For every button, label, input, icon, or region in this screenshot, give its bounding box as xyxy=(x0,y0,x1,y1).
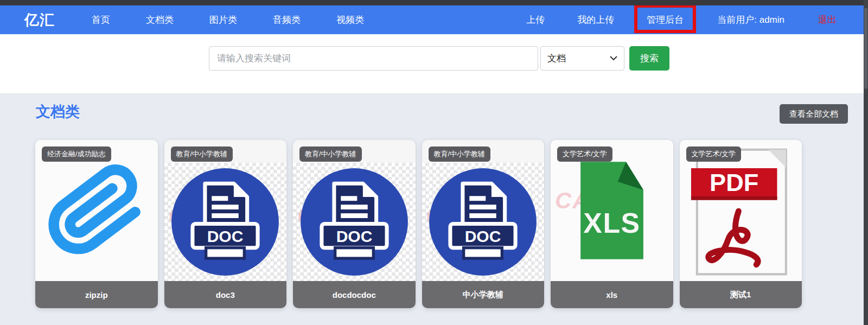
paperclip-icon xyxy=(39,142,154,280)
nav-item-home[interactable]: 首页 xyxy=(92,14,110,26)
category-select[interactable]: 文档 xyxy=(540,46,624,71)
doc-file-icon: DOC xyxy=(425,164,540,279)
nav-item-my-uploads[interactable]: 我的上传 xyxy=(577,14,614,26)
chevron-down-icon xyxy=(610,56,617,61)
document-thumbnail: pngtreepngtreeCAFE DOC xyxy=(293,163,416,281)
logout-link[interactable]: 退出 xyxy=(818,14,837,26)
document-title: doc3 xyxy=(164,281,287,308)
document-card-grid: 经济金融/成功励志 zipzip 教育/中小学教辅 pngtreepngtree… xyxy=(35,140,802,308)
nav-item-video[interactable]: 视频类 xyxy=(336,14,364,26)
nav-item-audio[interactable]: 音频类 xyxy=(273,14,301,26)
document-card[interactable]: 教育/中小学教辅 pngtreepngtreeCAFE DOC 中小学教辅 xyxy=(422,140,545,308)
section-title: 文档类 xyxy=(36,102,80,122)
svg-text:DOC: DOC xyxy=(465,227,501,245)
scrollbar-thumb[interactable] xyxy=(864,8,867,89)
category-tag: 经济金融/成功励志 xyxy=(42,146,111,162)
document-title: docdocdoc xyxy=(293,281,416,308)
nav-item-upload[interactable]: 上传 xyxy=(526,14,545,26)
scrollbar-track[interactable] xyxy=(864,0,868,325)
view-all-docs-button[interactable]: 查看全部文档 xyxy=(780,104,848,124)
search-bar: 文档 搜索 xyxy=(0,34,864,94)
document-thumbnail: pngtreepngtreeCAFE DOC xyxy=(422,163,545,281)
xls-file-icon: XLS xyxy=(566,157,658,264)
document-title: xls xyxy=(551,281,673,308)
category-tag: 教育/中小学教辅 xyxy=(299,146,362,162)
document-card[interactable]: 教育/中小学教辅 pngtreepngtreeCAFE DOC doc3 xyxy=(164,140,287,308)
nav-item-images[interactable]: 图片类 xyxy=(209,14,237,26)
nav-menu-left: 首页文档类图片类音频类视频类 xyxy=(92,14,364,26)
search-button[interactable]: 搜索 xyxy=(629,46,669,71)
svg-text:DOC: DOC xyxy=(207,227,244,245)
doc-file-icon: DOC xyxy=(297,164,412,279)
screen: 亿汇 首页文档类图片类音频类视频类 上传我的上传管理后台 当前用户: admin… xyxy=(0,0,868,325)
svg-text:PDF: PDF xyxy=(710,169,758,196)
svg-text:DOC: DOC xyxy=(336,227,372,245)
document-thumbnail: pngtreepngtreeCAFE DOC xyxy=(164,163,287,281)
doc-file-icon: DOC xyxy=(168,164,283,279)
document-card[interactable]: 文学艺术/文学 CAFE XLS xls xyxy=(551,140,673,308)
category-selected-value: 文档 xyxy=(547,52,566,65)
nav-right: 上传我的上传管理后台 当前用户: admin 退出 xyxy=(526,14,851,26)
nav-menu-right: 上传我的上传管理后台 xyxy=(526,14,684,26)
pdf-file-icon: PDF xyxy=(685,144,796,281)
document-title: 中小学教辅 xyxy=(422,281,545,308)
category-tag: 文学艺术/文学 xyxy=(557,146,612,162)
category-tag: 教育/中小学教辅 xyxy=(171,146,233,162)
document-title: zipzip xyxy=(35,281,158,308)
category-tag: 教育/中小学教辅 xyxy=(429,146,491,162)
site-logo[interactable]: 亿汇 xyxy=(24,10,55,30)
navbar: 亿汇 首页文档类图片类音频类视频类 上传我的上传管理后台 当前用户: admin… xyxy=(0,5,864,34)
category-tag: 文学艺术/文学 xyxy=(686,146,742,162)
document-card[interactable]: 经济金融/成功励志 zipzip xyxy=(35,140,158,308)
svg-text:XLS: XLS xyxy=(583,207,640,239)
document-card[interactable]: 文学艺术/文学 PDF 测试1 xyxy=(680,140,802,308)
document-card[interactable]: 教育/中小学教辅 pngtreepngtreeCAFE DOC docdocdo… xyxy=(293,140,416,308)
document-title: 测试1 xyxy=(680,281,802,308)
nav-item-docs[interactable]: 文档类 xyxy=(146,14,174,26)
current-user-label: 当前用户: admin xyxy=(717,14,784,26)
search-input[interactable] xyxy=(209,46,538,71)
window-top-edge xyxy=(0,0,868,5)
nav-item-admin-panel[interactable]: 管理后台 xyxy=(647,14,684,26)
